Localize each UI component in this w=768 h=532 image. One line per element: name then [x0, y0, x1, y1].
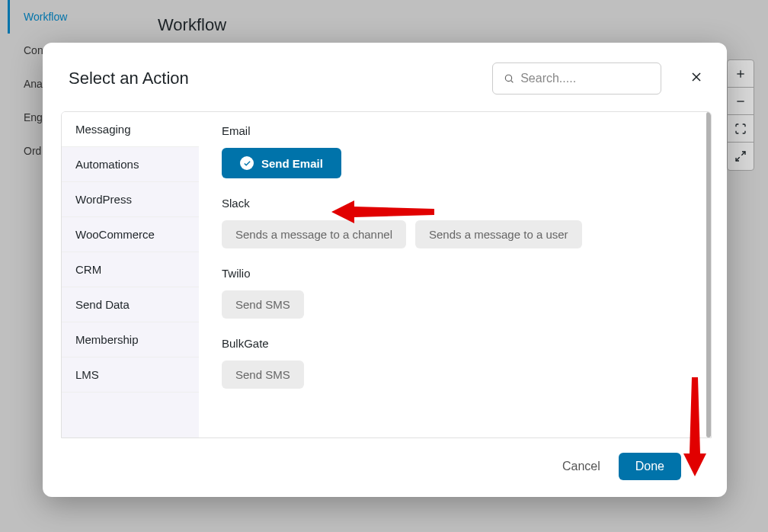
scrollbar[interactable]: [706, 112, 711, 437]
action-row: Send SMS: [222, 361, 688, 389]
actions-content: Email Send Email Slack Sends a message t…: [199, 112, 711, 437]
category-automations[interactable]: Automations: [62, 147, 199, 182]
canvas-toolbar: [727, 59, 754, 171]
svg-point-5: [505, 75, 511, 81]
group-title-twilio: Twilio: [222, 267, 688, 280]
bg-sidebar-item[interactable]: Workflow: [8, 0, 114, 34]
expand-button[interactable]: [728, 143, 754, 170]
group-title-slack: Slack: [222, 197, 688, 210]
category-membership[interactable]: Membership: [62, 322, 199, 357]
modal-title: Select an Action: [69, 69, 477, 88]
search-icon: [504, 72, 514, 85]
action-twilio-sms[interactable]: Send SMS: [222, 290, 304, 319]
modal-header: Select an Action: [43, 43, 727, 104]
zoom-out-button[interactable]: [728, 88, 754, 115]
category-lms[interactable]: LMS: [62, 357, 199, 393]
action-row: Send Email: [222, 148, 688, 178]
group-title-email: Email: [222, 124, 688, 137]
search-input[interactable]: [520, 72, 650, 85]
svg-line-4: [736, 157, 740, 161]
action-label: Send Email: [261, 157, 323, 170]
group-title-bulkgate: BulkGate: [222, 337, 688, 350]
svg-line-3: [741, 152, 745, 155]
search-box[interactable]: [492, 62, 661, 95]
action-send-email[interactable]: Send Email: [222, 148, 341, 178]
modal-footer: Cancel Done: [58, 438, 712, 497]
done-button[interactable]: Done: [619, 453, 681, 480]
action-row: Send SMS: [222, 290, 688, 319]
category-wordpress[interactable]: WordPress: [62, 182, 199, 217]
close-icon: [689, 69, 704, 85]
category-crm[interactable]: CRM: [62, 252, 199, 287]
category-sidebar: Messaging Automations WordPress WooComme…: [62, 112, 199, 437]
action-slack-user[interactable]: Sends a message to a user: [415, 220, 582, 248]
select-action-modal: Select an Action Messaging Automations W…: [43, 43, 727, 497]
action-slack-channel[interactable]: Sends a message to a channel: [222, 220, 406, 248]
modal-body: Messaging Automations WordPress WooComme…: [61, 111, 712, 438]
page-title: Workflow: [158, 15, 226, 35]
fit-button[interactable]: [728, 115, 754, 143]
category-woocommerce[interactable]: WooCommerce: [62, 217, 199, 252]
check-icon: [240, 156, 254, 170]
close-button[interactable]: [689, 69, 704, 88]
action-bulkgate-sms[interactable]: Send SMS: [222, 361, 304, 389]
action-row: Sends a message to a channel Sends a mes…: [222, 220, 688, 248]
category-messaging[interactable]: Messaging: [62, 112, 199, 147]
cancel-button[interactable]: Cancel: [562, 460, 600, 473]
category-send-data[interactable]: Send Data: [62, 287, 199, 322]
svg-line-6: [511, 81, 514, 83]
zoom-in-button[interactable]: [728, 60, 754, 88]
